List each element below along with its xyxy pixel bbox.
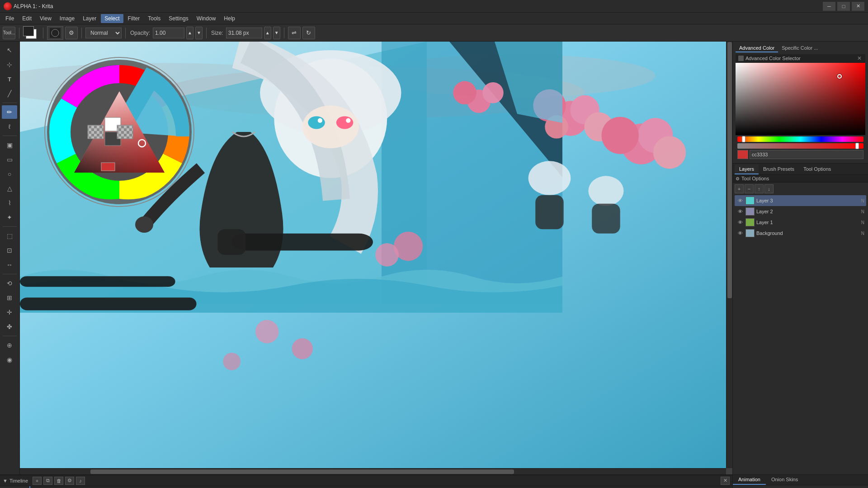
- layer-row-3[interactable]: 👁 Layer 3 N: [735, 195, 866, 206]
- menu-tools[interactable]: Tools: [144, 14, 164, 23]
- layer-up-button[interactable]: ↑: [755, 184, 764, 193]
- tool-selection-rect[interactable]: ⬚: [2, 229, 17, 243]
- tool-multibrush[interactable]: ✤: [2, 320, 17, 333]
- opacity-down-button[interactable]: ▼: [195, 27, 203, 39]
- timeline-settings-button[interactable]: ⚙: [65, 477, 74, 485]
- color-selector-handle[interactable]: [837, 74, 842, 79]
- color-tab-specific[interactable]: Specific Color ...: [778, 44, 821, 52]
- anim-tab-onion[interactable]: Onion Skins: [766, 475, 803, 485]
- playhead[interactable]: [29, 486, 30, 488]
- add-layer-button[interactable]: +: [735, 184, 744, 193]
- tool-transform[interactable]: ⊹: [2, 58, 17, 71]
- canvas-area[interactable]: [20, 42, 732, 474]
- tool-polygon[interactable]: △: [2, 182, 17, 195]
- layer-down-button[interactable]: ↓: [764, 184, 774, 193]
- timeline-add-button[interactable]: +: [33, 477, 42, 485]
- tool-color-picker[interactable]: ⊕: [2, 338, 17, 352]
- menu-edit[interactable]: Edit: [19, 14, 35, 23]
- h-scroll-thumb[interactable]: [90, 469, 514, 474]
- menu-view[interactable]: View: [36, 14, 55, 23]
- brush-options-button[interactable]: ⚙: [65, 27, 78, 39]
- timeline-copy-button[interactable]: ⧉: [43, 477, 52, 485]
- tool-crop[interactable]: ⊞: [2, 291, 17, 305]
- current-color-preview[interactable]: [737, 150, 748, 159]
- size-input[interactable]: [226, 28, 262, 38]
- brush-thumbnail[interactable]: [47, 26, 63, 40]
- vertical-scrollbar[interactable]: [726, 42, 732, 468]
- hue-slider[interactable]: [737, 136, 863, 142]
- color-swatches[interactable]: [23, 26, 39, 40]
- hex-color-input[interactable]: [750, 150, 863, 159]
- anim-tab-animation[interactable]: Animation: [733, 475, 766, 485]
- tool-assistant[interactable]: ✛: [2, 305, 17, 319]
- menu-image[interactable]: Image: [56, 14, 78, 23]
- rotate-button[interactable]: ↻: [302, 27, 315, 39]
- tool-selection-free[interactable]: ⊡: [2, 244, 17, 257]
- remove-layer-button[interactable]: −: [745, 184, 754, 193]
- main-layout: ↖ ⊹ T ╱ ✏ ℓ ▣ ▭ ○ △ ⌇ ✦ ⬚ ⊡ ↔ ⟲ ⊞ ✛ ✤ ⊕ …: [0, 42, 868, 474]
- layer-visibility-2[interactable]: 👁: [736, 208, 744, 215]
- timeline-frames-area[interactable]: 0 3 6 9 12 15 18 21 24 27 30 33 36 39: [29, 486, 732, 488]
- timeline-delete-button[interactable]: 🗑: [54, 477, 63, 485]
- close-button[interactable]: ✕: [852, 2, 864, 11]
- timeline-body: Layer 0 3 6 9 12 15 18 21: [0, 486, 732, 488]
- tool-cursor[interactable]: ↖: [2, 43, 17, 57]
- foreground-color-swatch[interactable]: [23, 26, 34, 36]
- artwork[interactable]: [20, 42, 726, 468]
- layer-visibility-1[interactable]: 👁: [736, 219, 744, 226]
- timeline-audio-button[interactable]: ♪: [76, 477, 85, 485]
- layer-visibility-bg[interactable]: 👁: [736, 230, 744, 237]
- color-panel-close[interactable]: ✕: [856, 55, 863, 61]
- menu-layer[interactable]: Layer: [79, 14, 100, 23]
- tab-brush-presets[interactable]: Brush Presets: [759, 164, 799, 174]
- timeline-right-controls: ✕: [721, 477, 730, 485]
- blend-mode-dropdown[interactable]: Normal Multiply Screen Overlay: [85, 28, 122, 38]
- layer-thumb-3: [745, 197, 755, 205]
- color-selector-area[interactable]: [736, 63, 865, 135]
- layer-visibility-3[interactable]: 👁: [736, 197, 744, 204]
- menu-window[interactable]: Window: [193, 14, 220, 23]
- alpha-slider[interactable]: [737, 143, 863, 149]
- tab-tool-options[interactable]: Tool Options: [799, 164, 835, 174]
- tool-calligraphy[interactable]: ℓ: [2, 120, 17, 133]
- hue-slider-handle[interactable]: [742, 136, 745, 142]
- tool-ellipse[interactable]: ○: [2, 167, 17, 181]
- menu-settings[interactable]: Settings: [165, 14, 192, 23]
- tool-fill[interactable]: ▣: [2, 138, 17, 152]
- tool-shapes[interactable]: ╱: [2, 87, 17, 100]
- color-wheel-overlay[interactable]: [42, 55, 196, 209]
- tab-layers[interactable]: Layers: [735, 164, 759, 174]
- timeline-collapse-icon[interactable]: ▼: [3, 478, 8, 483]
- tool-path[interactable]: ✦: [2, 211, 17, 224]
- horizontal-scrollbar[interactable]: [20, 468, 726, 474]
- size-down-button[interactable]: ▼: [273, 27, 280, 39]
- timeline-close-button[interactable]: ✕: [721, 477, 730, 485]
- mirror-h-button[interactable]: ⇌: [288, 27, 301, 39]
- canvas-content[interactable]: [20, 42, 726, 468]
- opacity-input[interactable]: [153, 28, 184, 38]
- svg-rect-42: [20, 276, 175, 287]
- tool-options-button[interactable]: Tool...: [3, 27, 15, 39]
- maximize-button[interactable]: □: [837, 2, 850, 11]
- tool-measure[interactable]: ↔: [2, 258, 17, 272]
- opacity-up-button[interactable]: ▲: [186, 27, 193, 39]
- minimize-button[interactable]: ─: [823, 2, 835, 11]
- menu-select[interactable]: Select: [101, 14, 123, 23]
- tool-freehand[interactable]: ⌇: [2, 196, 17, 210]
- menu-filter[interactable]: Filter: [124, 14, 144, 23]
- size-up-button[interactable]: ▲: [264, 27, 271, 39]
- tool-text[interactable]: T: [2, 72, 17, 86]
- v-scroll-thumb[interactable]: [727, 42, 732, 298]
- layer-row-1[interactable]: 👁 Layer 1 N: [735, 217, 866, 228]
- layer-row-2[interactable]: 👁 Layer 2 N: [735, 206, 866, 217]
- tool-color-sampler[interactable]: ◉: [2, 353, 17, 366]
- alpha-slider-handle[interactable]: [855, 143, 859, 149]
- menu-file[interactable]: File: [2, 14, 18, 23]
- tool-brush[interactable]: ✏: [2, 105, 17, 119]
- tool-rectangle[interactable]: ▭: [2, 153, 17, 166]
- color-tab-advanced[interactable]: Advanced Color: [736, 44, 778, 52]
- menu-help[interactable]: Help: [220, 14, 239, 23]
- layer-row-bg[interactable]: 👁 Background N: [735, 228, 866, 239]
- color-selector-title: Advanced Color Selector: [745, 56, 801, 61]
- tool-transform2[interactable]: ⟲: [2, 277, 17, 290]
